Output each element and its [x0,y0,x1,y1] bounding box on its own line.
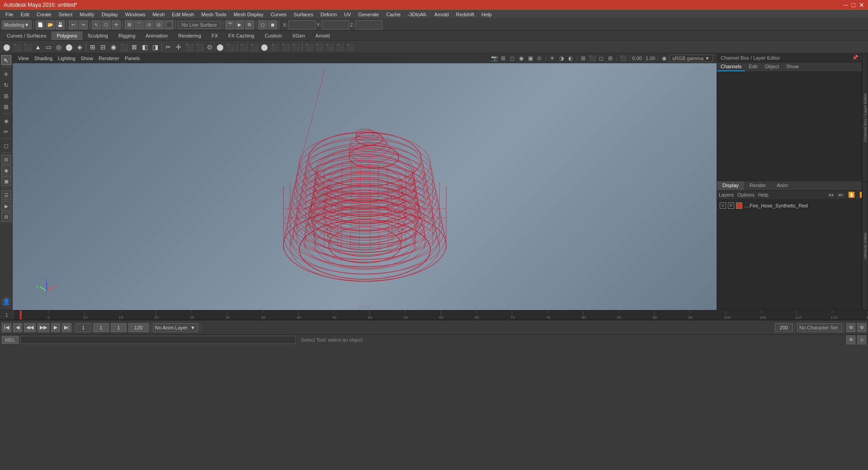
close-btn[interactable]: ✕ [859,1,864,9]
range-start-input[interactable] [111,323,127,332]
torus-btn[interactable]: ◎ [54,42,64,52]
vp-panels-menu[interactable]: Panels [123,56,142,61]
layer-btn-2[interactable]: ⏭ [838,192,844,198]
vp-renderer-menu[interactable]: Renderer [97,56,121,61]
cylindrical-map-btn[interactable]: ⬛ [249,42,259,52]
menu-surfaces[interactable]: Surfaces [290,11,317,18]
timeline-ruler[interactable]: 1 [0,310,868,320]
range-end-input[interactable] [128,323,149,332]
vp-stereo-btn[interactable]: ⊞ [606,54,614,62]
tab-arnold[interactable]: Arnold [311,32,335,40]
ch-tab-channels[interactable]: Channels [717,62,745,71]
menu-edit-mesh[interactable]: Edit Mesh [168,11,198,18]
menu-edit[interactable]: Edit [17,11,33,18]
show-ui-btn[interactable]: ◻ [258,20,267,29]
offset-edge-btn[interactable]: ⬛ [194,42,204,52]
frame-end-btn[interactable]: ▶| [62,323,71,332]
open-scene-btn[interactable]: 📂 [46,20,55,29]
vp-lighting-menu[interactable]: Lighting [56,56,77,61]
menu-3dtoall[interactable]: -3DtoAll- [404,11,431,18]
menu-mesh[interactable]: Mesh [149,11,168,18]
layout-btn[interactable]: ⬛ [280,42,290,52]
tab-fx-caching[interactable]: FX Caching [223,32,259,40]
anim-layer-dropdown[interactable]: No Anim Layer ▼ [153,323,198,332]
platonic-btn[interactable]: ◈ [75,42,85,52]
vp-resolution-btn[interactable]: ⊞ [579,54,587,62]
mode-dropdown[interactable]: Modeling ▼ [2,20,32,29]
combine-btn[interactable]: ⊞ [88,42,98,52]
no-live-surface-btn[interactable]: No Live Surface [178,21,221,29]
reduce-btn[interactable]: ◨ [150,42,160,52]
vp-shadow-btn[interactable]: ◑ [557,54,566,62]
move-tool-btn[interactable]: ✛ [112,20,121,29]
menu-help[interactable]: Help [478,11,495,18]
gamma-display[interactable]: sRGB gamma ▼ [669,55,713,62]
menu-modify[interactable]: Modify [76,11,98,18]
tab-polygons[interactable]: Polygons [52,32,82,40]
vp-color-icon[interactable]: ◉ [660,54,668,62]
layers-menu-layers[interactable]: Layers [719,192,734,197]
vp-hud-btn[interactable]: ⬛ [619,54,627,62]
window-controls[interactable]: ─ □ ✕ [844,1,864,9]
connect-btn[interactable]: ✛ [174,42,184,52]
vp-camera-btn[interactable]: 📷 [490,54,498,62]
vp-rig2-btn[interactable]: ◻ [597,54,605,62]
menu-select[interactable]: Select [55,11,76,18]
vp-ao-btn[interactable]: ◐ [566,54,575,62]
status-warn-btn[interactable]: ⚠ [857,335,866,344]
shrink-sel-btn[interactable]: ⬛ [345,42,355,52]
vp-grid-btn[interactable]: ⊞ [499,54,507,62]
vp-rig-btn[interactable]: ⬛ [588,54,596,62]
select-tool-btn[interactable]: ↖ [92,20,101,29]
tab-xgen[interactable]: XGen [287,32,310,40]
cone-btn[interactable]: ▲ [33,42,43,52]
layers-menu-options[interactable]: Options [737,192,755,197]
snap-group-left[interactable]: ⊞ [1,155,11,164]
vert-tab-attr-editor[interactable]: Attribute Editor [862,182,868,310]
snap-view-btn[interactable]: ◎ [155,20,164,29]
insert-edge-btn[interactable]: ⬛ [184,42,194,52]
planar-map-btn[interactable]: ⬛ [239,42,249,52]
loop-sel-btn[interactable]: ⬛ [304,42,314,52]
status-icon-btn[interactable]: ⚙ [846,335,855,344]
new-scene-btn[interactable]: 📄 [36,20,45,29]
disp-tab-anim[interactable]: Anim [771,181,793,190]
anim-end-input[interactable] [775,323,793,332]
unfold-btn[interactable]: ⬛ [270,42,280,52]
play-fwd-btn[interactable]: ▶▶ [38,323,49,332]
sphere-btn[interactable]: ⬤ [2,42,12,52]
spherical-map-btn[interactable]: ⬤ [259,42,269,52]
menu-display[interactable]: Display [98,11,122,18]
ch-tab-show[interactable]: Show [783,62,802,71]
plane-btn[interactable]: ▭ [43,42,53,52]
z-input[interactable] [355,20,382,29]
smooth-btn[interactable]: ◉ [108,42,118,52]
save-scene-btn[interactable]: 💾 [56,20,65,29]
anim-icon-2[interactable]: ⚙ [857,323,866,332]
vp-isolate-btn[interactable]: ⊙ [535,54,543,62]
cylinder-btn[interactable]: ⬛ [23,42,33,52]
layers-menu-help[interactable]: Help [758,192,769,197]
show-manip-left[interactable]: ◻ [1,141,11,150]
vp-textured-btn[interactable]: ▣ [526,54,534,62]
vp-lighting-icon[interactable]: ☀ [548,54,557,62]
lasso-tool-btn[interactable]: ⬡ [102,20,111,29]
menu-uv[interactable]: UV [340,11,354,18]
timeline-ticks-area[interactable] [14,310,868,320]
sculpt-left[interactable]: ✏ [1,127,11,136]
step-fwd-btn[interactable]: ▶ [51,323,60,332]
uv-editor-btn[interactable]: ⬛ [291,42,301,52]
bridge-btn[interactable]: ⊠ [129,42,139,52]
snap-curve-btn[interactable]: ⌒ [135,20,144,29]
fill-hole-btn[interactable]: ◧ [140,42,150,52]
disp-tab-display[interactable]: Display [717,181,744,190]
y-input[interactable] [322,20,349,29]
current-frame-input[interactable] [93,323,109,332]
transform-tool-left[interactable]: ⊠ [1,102,11,112]
render-current-btn[interactable]: 🎬 [225,20,234,29]
slide-edge-btn[interactable]: ⬛ [226,42,236,52]
menu-cache[interactable]: Cache [382,11,404,18]
mel-input[interactable] [20,336,296,344]
shortest-path-btn[interactable]: ⬛ [325,42,335,52]
layer-v-btn[interactable]: V [720,202,726,209]
